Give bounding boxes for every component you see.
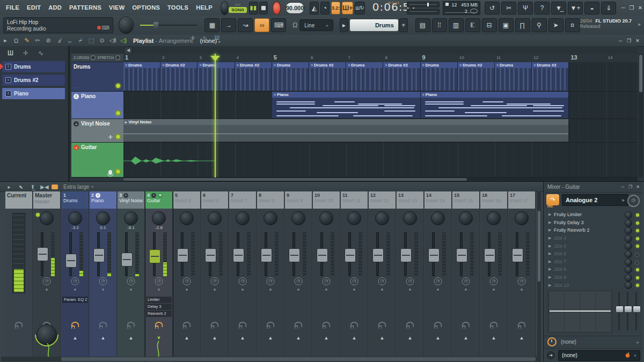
route-up-arrow-icon[interactable]: ▲ — [380, 335, 385, 341]
strip-header[interactable]: 8Insert 8 — [257, 191, 284, 209]
slot-mix-knob[interactable] — [625, 258, 632, 266]
strip-headphones-icon[interactable] — [267, 322, 275, 327]
delete-tool-icon[interactable]: ⊘ — [43, 37, 54, 44]
slot-mix-knob[interactable] — [625, 227, 632, 234]
playhead-line[interactable] — [215, 54, 216, 178]
strip-arm-icon[interactable]: ● — [151, 193, 156, 198]
slot-label[interactable]: Slot 8 — [554, 267, 566, 272]
playlist-maximize-button[interactable]: ❐ — [626, 38, 632, 44]
clip-drums-#2[interactable]: ≡Drums #2 — [235, 62, 272, 91]
strip-pan-knob[interactable] — [152, 211, 166, 225]
zoom-tool-icon[interactable]: ⊙ — [97, 37, 107, 44]
mixer-menu-arrow-icon[interactable]: ▸ — [4, 184, 14, 190]
mixer-strip-insert-10[interactable]: 10Insert 10◷▲ — [313, 191, 340, 362]
slot-label[interactable]: Fruity Delay 3 — [554, 220, 584, 225]
strip-headphones-icon[interactable] — [15, 322, 23, 327]
route-up-arrow-icon[interactable]: ▲ — [519, 335, 524, 341]
strip-fader-handle[interactable] — [428, 248, 440, 262]
stereo-separation-knob[interactable]: ◷ — [490, 277, 498, 285]
strip-plugin-param-eq-2[interactable]: Param. EQ 2 — [62, 297, 88, 303]
route-up-arrow-icon[interactable]: ▲ — [464, 335, 469, 341]
route-up-arrow-icon[interactable]: ▲ — [296, 335, 301, 341]
clip-drums[interactable]: ≡Drums — [495, 62, 532, 91]
patterns-tab-icon[interactable]: Ш — [215, 35, 219, 41]
stereo-separation-knob[interactable]: ◷ — [239, 277, 247, 285]
eq-band1-handle[interactable] — [616, 306, 624, 313]
main-pitch-slider[interactable] — [140, 22, 197, 28]
mixer-strip-guitar[interactable]: 4●ΨGuitar-2.8◷LimiterDelay 3Reeverb 2▼ — [145, 191, 173, 362]
fx-slot-2[interactable]: ▶Fruity Delay 3 — [544, 219, 643, 227]
countdown-button[interactable]: 3.2: — [331, 2, 341, 14]
feedback-button[interactable]: ◒ — [584, 2, 599, 14]
strip-headphones-icon[interactable] — [518, 322, 526, 327]
strip-header[interactable]: 12Insert 12 — [369, 191, 396, 209]
mixer-view-icon[interactable] — [52, 184, 58, 189]
strip-headphones-icon[interactable] — [406, 322, 414, 327]
route-up-arrow-icon[interactable]: ▲ — [492, 335, 496, 341]
mixer-strip-insert-12[interactable]: 12Insert 12◷▲ — [369, 191, 396, 362]
strip-header[interactable]: 5Insert 5 — [173, 191, 200, 209]
strip-header[interactable]: 4●ΨGuitar — [145, 191, 172, 209]
strip-pan-knob[interactable] — [264, 211, 277, 225]
pattern-item-1[interactable]: ≡Drums — [2, 61, 65, 72]
stereo-separation-knob[interactable]: ◷ — [267, 277, 275, 285]
mixer-strip-insert-7[interactable]: 7Insert 7◷▲ — [229, 191, 257, 362]
eq-display[interactable] — [548, 291, 612, 333]
slot-mix-knob[interactable] — [625, 242, 632, 250]
slot-arrow-icon[interactable]: ▶ — [548, 252, 554, 256]
loop-record-button[interactable]: Ш+ — [342, 2, 353, 14]
mixer-strip-insert-15[interactable]: 15Insert 15◷▲ — [452, 191, 480, 362]
pat-song-switch[interactable]: PAT SONG — [229, 2, 247, 14]
strip-pan-knob[interactable] — [124, 211, 138, 225]
eq-band3-handle[interactable] — [633, 306, 641, 313]
route-up-arrow-icon[interactable]: ▲ — [436, 335, 441, 341]
playlist-button[interactable]: ▥ — [449, 18, 464, 32]
strip-header[interactable]: 2iPiano — [90, 191, 116, 209]
strip-headphones-icon[interactable] — [323, 322, 331, 327]
fx-slot-7[interactable]: ▶Slot 7 — [544, 258, 643, 266]
song-position-slider[interactable] — [407, 2, 440, 8]
fx-slot-10[interactable]: ▶Slot 10 — [544, 281, 643, 289]
track-header-vinyl-noise[interactable]: ●Vinyl Noise···✛ — [71, 119, 123, 143]
strip-pan-knob[interactable] — [515, 211, 529, 225]
strip-fader-handle[interactable] — [37, 247, 48, 261]
link-button[interactable]: ∞ — [254, 18, 269, 32]
arm-icon[interactable]: ● — [74, 145, 79, 150]
fx-slot-1[interactable]: ▶Fruity Limiter — [544, 211, 643, 219]
slot-mix-knob[interactable] — [625, 211, 632, 219]
stereo-separation-knob[interactable]: ◷ — [99, 277, 107, 285]
strip-header[interactable]: 1Drums — [62, 191, 89, 209]
song-label[interactable]: SONG — [229, 7, 247, 13]
cut-tool-button[interactable]: ✂ — [501, 2, 516, 14]
move-cross-icon[interactable]: ✛ — [108, 134, 113, 140]
mixer-vscroll-thumb[interactable] — [538, 211, 540, 282]
remote-control-button[interactable]: ⚲ — [532, 18, 547, 32]
strip-pan-knob[interactable] — [347, 211, 361, 225]
close-button[interactable]: ✕ — [636, 4, 644, 12]
track-mute-led[interactable] — [115, 83, 121, 88]
menu-help[interactable]: HELP — [192, 0, 216, 16]
slot-arrow-icon[interactable]: ▶ — [548, 244, 554, 248]
strip-fader-handle[interactable] — [317, 248, 328, 262]
pattern-item-3[interactable]: ≡Piano — [2, 88, 65, 99]
paint-tool-icon[interactable]: ✏ — [32, 37, 43, 44]
mixer-strip-insert-13[interactable]: 13Insert 13◷▲ — [397, 191, 424, 362]
eq-band2-handle[interactable] — [624, 306, 632, 313]
clip-drums-#2[interactable]: ≡Drums #2 — [309, 62, 346, 91]
stereo-separation-knob[interactable]: ◷ — [127, 277, 135, 285]
strip-fader-handle[interactable] — [261, 248, 272, 262]
lane-drums[interactable]: ≡Drums≡Drums #2≡Drums≡Drums #2≡Drums≡Dru… — [123, 62, 638, 92]
undo-button[interactable]: ↺ — [485, 2, 500, 14]
strip-pan-knob[interactable] — [431, 211, 445, 225]
slot-enable-led[interactable] — [636, 229, 639, 232]
lane-guitar[interactable] — [123, 143, 638, 178]
strip-header[interactable]: 7Insert 7 — [229, 191, 256, 209]
fx-maximize-button[interactable]: ❐ — [627, 184, 633, 190]
slot-label[interactable]: Slot 9 — [554, 275, 566, 280]
stereo-separation-knob[interactable]: ◷ — [323, 277, 331, 285]
mixer-strip-master[interactable]: MasterMaster◷ — [33, 191, 61, 362]
clip-drums[interactable]: ≡Drums — [123, 62, 160, 91]
playlist-horizontal-scrollbar[interactable] — [123, 178, 638, 181]
strip-header[interactable]: 15Insert 15 — [452, 191, 479, 209]
route-up-arrow-icon[interactable]: ▲ — [129, 335, 134, 341]
